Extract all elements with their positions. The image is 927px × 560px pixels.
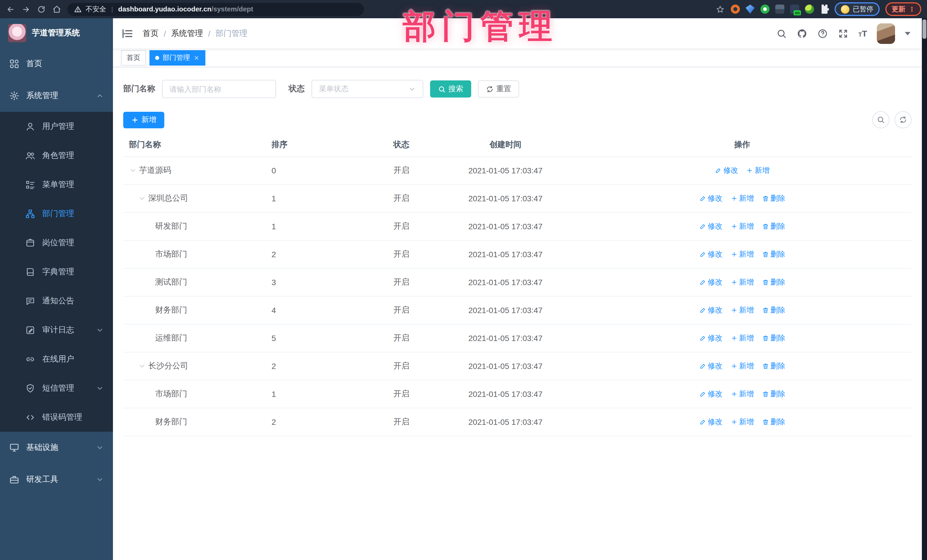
edit-link[interactable]: 修改 (699, 221, 722, 231)
sidebar-item-3[interactable]: 角色管理 (0, 141, 113, 170)
add-link[interactable]: 新增 (731, 361, 754, 371)
scrollbar-thumb[interactable] (922, 20, 926, 39)
status-cell: 开启 (377, 408, 426, 436)
sidebar-item-8[interactable]: 通知公告 (0, 286, 113, 316)
add-link[interactable]: 新增 (731, 193, 754, 203)
sidebar-item-13[interactable]: 基础设施 (0, 432, 113, 464)
delete-link[interactable]: 删除 (762, 333, 785, 343)
expand-arrow-icon[interactable] (138, 362, 146, 370)
toggle-search-button[interactable] (872, 111, 889, 128)
edit-link[interactable]: 修改 (699, 389, 722, 399)
add-link[interactable]: 新增 (746, 165, 769, 175)
help-icon[interactable] (817, 28, 828, 39)
edit-link[interactable]: 修改 (699, 193, 722, 203)
row-actions: 修改新增 (585, 165, 899, 175)
add-link[interactable]: 新增 (731, 221, 754, 231)
add-button[interactable]: 新增 (123, 111, 164, 128)
extension-icon[interactable]: on (790, 5, 799, 14)
edit-link[interactable]: 修改 (699, 249, 722, 259)
delete-icon (762, 418, 769, 425)
search-button[interactable]: 搜索 (430, 80, 471, 97)
edit-link[interactable]: 修改 (699, 417, 722, 427)
menu-tree-icon (25, 179, 35, 190)
tab-1[interactable]: 部门管理 (149, 50, 205, 65)
expand-arrow-icon[interactable] (138, 194, 146, 202)
sort-cell: 2 (254, 352, 377, 380)
edit-link[interactable]: 修改 (699, 277, 722, 287)
delete-link[interactable]: 删除 (762, 193, 785, 203)
home-icon[interactable] (52, 4, 62, 14)
sidebar-item-1[interactable]: 系统管理 (0, 80, 113, 112)
delete-link[interactable]: 删除 (762, 417, 785, 427)
sidebar: 芋道管理系统 首页系统管理用户管理角色管理菜单管理部门管理岗位管理字典管理通知公… (0, 18, 113, 560)
sidebar-toggle-icon[interactable] (121, 27, 134, 39)
breadcrumb-item[interactable]: 首页 (143, 28, 159, 38)
refresh-button[interactable] (895, 111, 912, 128)
app-logo[interactable]: 芋道管理系统 (0, 18, 113, 48)
url-path: /system/dept (211, 5, 253, 13)
edit-link[interactable]: 修改 (699, 305, 722, 315)
browser-menu-icon[interactable]: ⋮ (909, 6, 915, 12)
back-icon[interactable] (6, 4, 15, 14)
browser-update-button[interactable]: 更新 ⋮ (885, 2, 921, 16)
delete-link[interactable]: 删除 (762, 249, 785, 259)
add-link[interactable]: 新增 (731, 417, 754, 427)
delete-link[interactable]: 删除 (762, 221, 785, 231)
extension-icon[interactable] (775, 5, 784, 14)
add-icon (731, 418, 737, 425)
sidebar-item-5[interactable]: 部门管理 (0, 199, 113, 228)
page-scrollbar[interactable] (922, 18, 927, 560)
dept-name-input[interactable] (162, 80, 276, 98)
user-icon (25, 121, 35, 132)
user-avatar[interactable] (877, 23, 895, 44)
extension-icon[interactable] (746, 5, 755, 14)
sidebar-item-12[interactable]: 错误码管理 (0, 403, 113, 432)
add-link[interactable]: 新增 (731, 249, 754, 259)
sidebar-item-2[interactable]: 用户管理 (0, 112, 113, 141)
sidebar-item-10[interactable]: 在线用户 (0, 344, 113, 373)
edit-link[interactable]: 修改 (699, 333, 722, 343)
sidebar-item-7[interactable]: 字典管理 (0, 257, 113, 286)
table-row: 财务部门4开启2021-01-05 17:03:47修改新增删除 (123, 296, 912, 324)
extension-icon[interactable] (760, 5, 769, 14)
add-link[interactable]: 新增 (731, 305, 754, 315)
breadcrumb-item[interactable]: 系统管理 (171, 28, 203, 38)
browser-profile-button[interactable]: 已暂停 (834, 2, 880, 16)
extension-icon[interactable] (820, 5, 829, 14)
font-size-icon[interactable]: TT (858, 29, 867, 38)
fullscreen-icon[interactable] (838, 28, 849, 39)
search-icon[interactable] (776, 28, 787, 39)
add-link[interactable]: 新增 (731, 333, 754, 343)
delete-link[interactable]: 删除 (762, 305, 785, 315)
reset-button[interactable]: 重置 (478, 80, 519, 97)
tab-0[interactable]: 首页 (121, 50, 146, 65)
add-link[interactable]: 新增 (731, 277, 754, 287)
add-link[interactable]: 新增 (731, 389, 754, 399)
delete-link[interactable]: 删除 (762, 361, 785, 371)
edit-link[interactable]: 修改 (715, 165, 738, 175)
sidebar-item-11[interactable]: 短信管理 (0, 373, 113, 403)
sidebar-item-9[interactable]: 审计日志 (0, 316, 113, 344)
delete-link[interactable]: 删除 (762, 389, 785, 399)
avatar-dropdown-caret-icon[interactable] (905, 32, 910, 35)
sidebar-item-0[interactable]: 首页 (0, 48, 113, 80)
sidebar-item-6[interactable]: 岗位管理 (0, 228, 113, 257)
edit-link[interactable]: 修改 (699, 361, 722, 371)
close-icon[interactable] (193, 55, 200, 61)
chevron-down-icon (96, 384, 104, 392)
github-icon[interactable] (797, 28, 807, 39)
delete-link[interactable]: 删除 (762, 277, 785, 287)
sidebar-item-14[interactable]: 研发工具 (0, 464, 113, 496)
bookmark-star-icon[interactable] (715, 4, 725, 14)
sidebar-item-4[interactable]: 菜单管理 (0, 170, 113, 199)
reload-icon[interactable] (36, 4, 46, 14)
address-bar[interactable]: 不安全 | dashboard.yudao.iocoder.cn/system/… (67, 3, 364, 16)
status-select[interactable]: 菜单状态 (312, 80, 423, 98)
expand-arrow-icon[interactable] (129, 166, 137, 174)
row-actions: 修改新增删除 (585, 249, 899, 259)
forward-icon[interactable] (21, 4, 31, 14)
online-user-icon (25, 354, 35, 364)
extension-icon[interactable] (731, 5, 740, 14)
extension-icon[interactable] (805, 5, 814, 14)
status-select-placeholder: 菜单状态 (319, 84, 348, 94)
